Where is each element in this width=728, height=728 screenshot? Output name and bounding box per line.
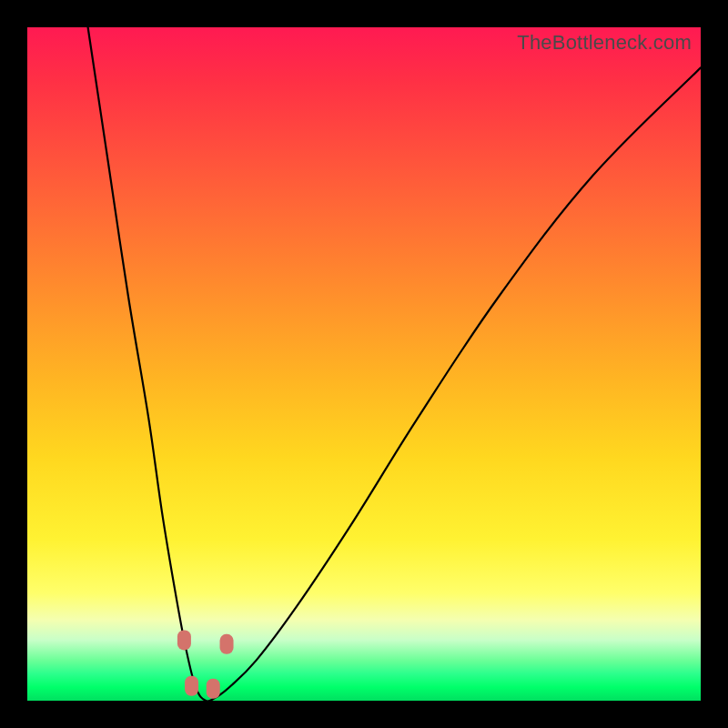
curve-marker (220, 634, 234, 654)
chart-plot-area: TheBottleneck.com (27, 27, 701, 701)
curve-markers (177, 630, 234, 698)
bottleneck-curve (88, 27, 701, 702)
curve-marker (177, 630, 191, 650)
chart-svg (27, 27, 701, 701)
curve-marker (207, 679, 220, 699)
curve-marker (185, 676, 198, 696)
chart-frame: TheBottleneck.com (0, 0, 728, 728)
